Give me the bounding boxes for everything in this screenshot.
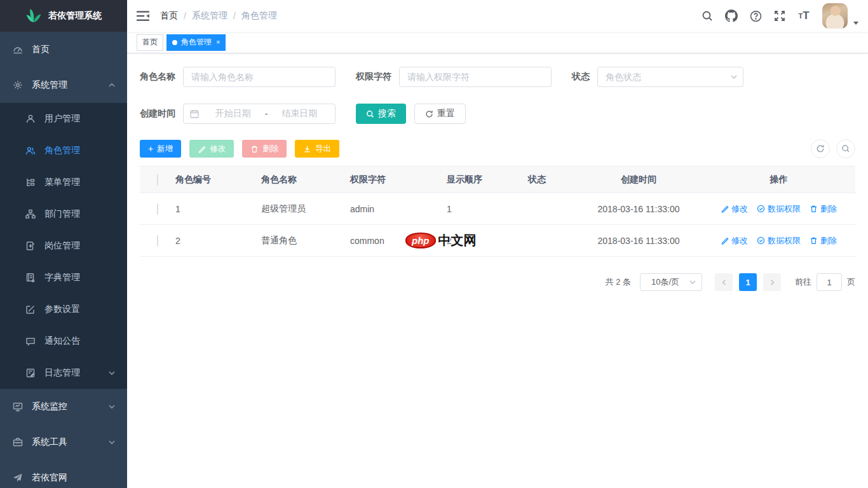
- table-row: 2 普通角色 common 2 2018-03-16 11:33:00 修改: [140, 225, 855, 257]
- sidebar-item-system[interactable]: 系统管理: [0, 67, 127, 103]
- toggle-search-button[interactable]: [836, 139, 855, 158]
- sidebar-item-roles[interactable]: 角色管理: [0, 135, 127, 166]
- sidebar-item-menus[interactable]: 菜单管理: [0, 166, 127, 198]
- org-tree-icon: [25, 209, 36, 219]
- tab-home[interactable]: 首页: [137, 34, 163, 51]
- sidebar-item-notices[interactable]: 通知公告: [0, 325, 127, 357]
- date-separator: -: [265, 109, 268, 119]
- status-label: 状态: [572, 71, 590, 83]
- avatar[interactable]: [822, 3, 848, 29]
- row-data-scope-link[interactable]: 数据权限: [757, 203, 801, 215]
- perm-key-label: 权限字符: [356, 71, 391, 83]
- sidebar-item-logs[interactable]: 日志管理: [0, 357, 127, 389]
- download-icon: [303, 145, 311, 153]
- user-menu[interactable]: [822, 3, 859, 29]
- prev-page-button[interactable]: [715, 273, 733, 291]
- chevron-up-icon: [108, 81, 116, 89]
- sidebar-item-label: 岗位管理: [44, 240, 80, 252]
- role-name-label: 角色名称: [140, 71, 175, 83]
- github-icon[interactable]: [725, 10, 738, 22]
- reset-button[interactable]: 重置: [414, 104, 466, 124]
- sidebar: 若依管理系统 首页 系统管理 用户管理 角色管理: [0, 0, 127, 488]
- active-dot: [172, 40, 177, 45]
- page-size-select[interactable]: [640, 273, 702, 291]
- docs-help-icon[interactable]: [749, 10, 762, 22]
- role-name-input[interactable]: [183, 67, 336, 87]
- edit-icon: [25, 304, 36, 315]
- fullscreen-icon[interactable]: [773, 10, 786, 22]
- breadcrumb-system: 系统管理: [192, 10, 227, 22]
- sidebar-item-config[interactable]: 参数设置: [0, 294, 127, 325]
- sidebar-item-tools[interactable]: 系统工具: [0, 424, 127, 460]
- status-select[interactable]: [597, 67, 743, 87]
- date-range-picker[interactable]: 开始日期 - 结束日期: [183, 104, 336, 124]
- sidebar-collapse-icon[interactable]: [136, 9, 150, 23]
- row-checkbox[interactable]: [157, 235, 158, 247]
- table-header-row: 角色编号 角色名称 权限字符 显示顺序 状态 创建时间 操作: [140, 166, 855, 193]
- sidebar-item-label: 参数设置: [44, 304, 80, 315]
- sidebar-item-depts[interactable]: 部门管理: [0, 198, 127, 230]
- font-size-icon[interactable]: TT: [797, 10, 810, 22]
- edit-button-label: 修改: [210, 144, 226, 154]
- pen-icon: [198, 145, 206, 153]
- export-button[interactable]: 导出: [295, 140, 339, 158]
- reset-button-label: 重置: [437, 108, 455, 119]
- row-delete-link[interactable]: 删除: [810, 235, 837, 247]
- sidebar-item-monitor[interactable]: 系统监控: [0, 389, 127, 424]
- header-search-icon[interactable]: [701, 10, 714, 22]
- delete-button-label: 删除: [262, 144, 278, 154]
- row-delete-link[interactable]: 删除: [810, 203, 837, 215]
- chevron-right-icon: [769, 279, 776, 286]
- tab-label: 首页: [142, 37, 158, 48]
- row-edit-link[interactable]: 修改: [721, 203, 748, 215]
- sidebar-item-home[interactable]: 首页: [0, 32, 127, 67]
- breadcrumb-home[interactable]: 首页: [160, 10, 178, 22]
- next-page-button[interactable]: [763, 273, 781, 291]
- row-data-scope-link[interactable]: 数据权限: [757, 235, 801, 247]
- sidebar-item-label: 用户管理: [44, 113, 80, 125]
- sidebar-item-label: 系统管理: [32, 79, 67, 91]
- sidebar-item-users[interactable]: 用户管理: [0, 103, 127, 135]
- col-status: 状态: [499, 174, 575, 186]
- app-logo: 若依管理系统: [0, 0, 127, 32]
- sidebar-item-label: 菜单管理: [44, 177, 80, 188]
- trash-icon: [810, 236, 818, 245]
- refresh-icon: [425, 110, 433, 118]
- breadcrumb: 首页 / 系统管理 / 角色管理: [160, 10, 277, 22]
- app-title: 若依管理系统: [48, 10, 102, 22]
- row-checkbox[interactable]: [157, 203, 158, 215]
- top-navbar: 首页 / 系统管理 / 角色管理: [127, 0, 868, 32]
- row-data-scope-label: 数据权限: [768, 235, 801, 247]
- tab-close-icon[interactable]: ×: [216, 39, 220, 46]
- created-time: 2018-03-16 11:33:00: [575, 204, 702, 214]
- sidebar-item-official-site[interactable]: 若依官网: [0, 460, 127, 488]
- chevron-left-icon: [721, 279, 728, 286]
- edit-button[interactable]: 修改: [189, 140, 234, 158]
- delete-button[interactable]: 删除: [242, 140, 287, 158]
- sidebar-item-posts[interactable]: 岗位管理: [0, 230, 127, 262]
- calendar-icon: [190, 109, 199, 118]
- goto-page-input[interactable]: [817, 273, 842, 291]
- page-size-value[interactable]: [640, 273, 702, 291]
- message-icon: [25, 336, 36, 346]
- select-all-checkbox[interactable]: [157, 174, 158, 186]
- page-number-active[interactable]: 1: [739, 273, 757, 291]
- col-role-name: 角色名称: [261, 174, 350, 186]
- search-icon: [366, 110, 374, 118]
- sidebar-item-dicts[interactable]: 字典管理: [0, 262, 127, 294]
- filter-row-2: 创建时间 开始日期 - 结束日期 搜索: [140, 104, 855, 124]
- tab-role-management[interactable]: 角色管理 ×: [166, 34, 226, 51]
- search-button[interactable]: 搜索: [356, 104, 406, 124]
- add-button[interactable]: + 新增: [140, 140, 181, 158]
- filter-row-1: 角色名称 权限字符 状态: [140, 67, 855, 87]
- table-row: 1 超级管理员 admin 1 2018-03-16 11:33:00 修改: [140, 193, 855, 225]
- display-order: 2: [447, 236, 499, 246]
- refresh-table-button[interactable]: [811, 139, 830, 158]
- plus-icon: +: [148, 144, 153, 153]
- row-edit-link[interactable]: 修改: [721, 235, 748, 247]
- perm-key: common: [350, 236, 447, 246]
- perm-key-input[interactable]: [399, 67, 552, 87]
- check-circle-icon: [757, 205, 765, 213]
- status-select-input[interactable]: [597, 67, 743, 87]
- sidebar-item-label: 部门管理: [44, 208, 80, 220]
